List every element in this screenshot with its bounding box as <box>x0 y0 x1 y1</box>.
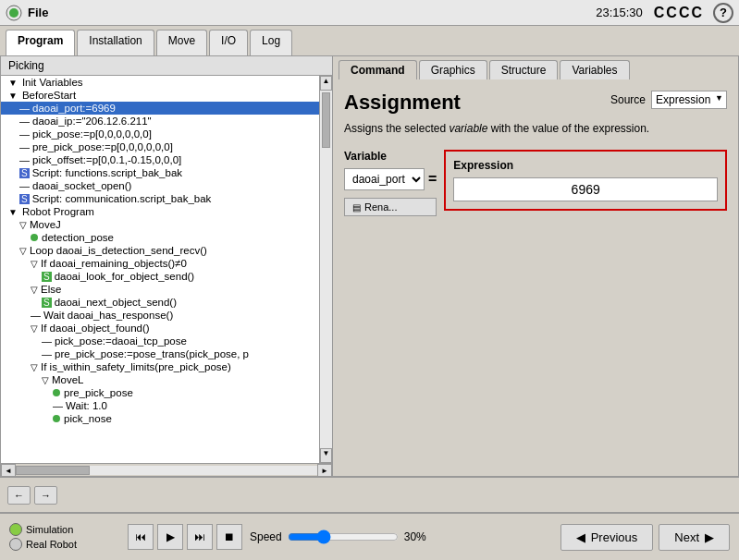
scroll-up-btn[interactable]: ▲ <box>320 76 332 91</box>
source-label: Source <box>610 93 646 106</box>
tree-item-pre-pick-pose-node[interactable]: pre_pick_pose <box>1 386 319 399</box>
speed-section: Speed 30% <box>250 530 553 544</box>
tree-item-movel[interactable]: ▽ MoveL <box>1 373 319 386</box>
tree-item-robot-program[interactable]: ▼ Robot Program <box>1 205 319 218</box>
next-button[interactable]: Next ▶ <box>659 524 730 551</box>
real-robot-status: Real Robot <box>9 538 120 551</box>
tab-program[interactable]: Program <box>6 30 75 55</box>
item-icon: — <box>42 335 52 347</box>
expression-section: Expression <box>444 150 727 211</box>
play-button[interactable]: ▶ <box>157 524 183 550</box>
simulation-dot <box>9 523 22 536</box>
h-scroll-thumb[interactable] <box>16 466 90 475</box>
right-tab-bar: Command Graphics Structure Variables <box>333 56 738 79</box>
tree-label: pre_pick_pose <box>64 387 133 398</box>
tab-log[interactable]: Log <box>250 30 292 55</box>
tree-item-init-variables[interactable]: ▼ Init Variables <box>1 76 319 89</box>
scroll-down-btn[interactable]: ▼ <box>320 448 332 463</box>
tree-label: If is_within_safety_limits(pre_pick_pose… <box>41 361 231 372</box>
tab-variables[interactable]: Variables <box>560 60 629 79</box>
vertical-scrollbar[interactable]: ▲ ▼ <box>319 76 332 463</box>
tree-label: pick_offset:=p[0,0.1,-0.15,0,0,0] <box>32 154 181 165</box>
rename-button[interactable]: ▤ Rena... <box>344 198 437 216</box>
tree-label: Wait daoai_has_response() <box>43 310 173 321</box>
simulation-status: Simulation <box>9 523 120 536</box>
tree-item-if-remaining[interactable]: ▽ If daoai_remaining_objects()≠0 <box>1 257 319 270</box>
previous-arrow-icon: ◀ <box>576 530 585 544</box>
tree-item-else[interactable]: ▽ Else <box>1 283 319 296</box>
forward-button[interactable]: ⏭ <box>187 524 213 550</box>
tree-item-script-functions[interactable]: S Script: functions.script_bak_bak <box>1 166 319 179</box>
item-icon: — <box>19 154 30 165</box>
tree-item-wait-response[interactable]: — Wait daoai_has_response() <box>1 309 319 322</box>
item-icon: — <box>19 128 30 140</box>
source-select-wrapper[interactable]: Expression Variable <box>651 91 727 109</box>
tree-label: pick_nose <box>64 413 112 424</box>
expression-input[interactable] <box>453 177 718 201</box>
tab-move[interactable]: Move <box>156 30 207 55</box>
tree-item-detection-pose[interactable]: detection_pose <box>1 231 319 244</box>
undo-button[interactable]: ← <box>7 486 31 505</box>
tab-command[interactable]: Command <box>339 60 417 79</box>
tree-item-loop[interactable]: ▽ Loop daoai_is_detection_send_recv() <box>1 244 319 257</box>
previous-label: Previous <box>591 530 638 544</box>
help-button[interactable]: ? <box>713 3 733 23</box>
real-robot-label: Real Robot <box>26 539 77 550</box>
program-tree: ▼ Init Variables ▼ BeforeStart — daoai_p… <box>1 76 319 463</box>
tree-item-pick-pose[interactable]: — pick_pose:=p[0,0,0,0,0,0] <box>1 128 319 140</box>
horizontal-scrollbar[interactable]: ◄ ► <box>1 463 332 476</box>
scroll-thumb[interactable] <box>322 92 330 148</box>
source-row: Source Expression Variable <box>610 91 727 109</box>
tree-item-script-comm[interactable]: S Script: communication.script_bak_bak <box>1 192 319 205</box>
title-bar: File 23:15:30 CCCC ? <box>0 0 739 26</box>
tree-item-wait-1[interactable]: — Wait: 1.0 <box>1 399 319 412</box>
tree-item-pick-pose-assign[interactable]: — pick_pose:=daoai_tcp_pose <box>1 335 319 347</box>
tree-item-if-safety[interactable]: ▽ If is_within_safety_limits(pre_pick_po… <box>1 360 319 373</box>
right-content: Assignment Source Expression Variable As… <box>333 79 738 476</box>
tab-structure[interactable]: Structure <box>489 60 559 79</box>
source-select[interactable]: Expression Variable <box>651 91 727 109</box>
speed-slider[interactable] <box>288 530 399 544</box>
app-icon <box>6 5 22 21</box>
tree-item-movej[interactable]: ▽ MoveJ <box>1 218 319 231</box>
scroll-left-btn[interactable]: ◄ <box>1 464 16 477</box>
rewind-button[interactable]: ⏮ <box>128 524 154 550</box>
clock: 23:15:30 <box>596 6 643 19</box>
scroll-right-btn[interactable]: ► <box>317 464 332 477</box>
variable-expression-row: Variable daoai_port = ▤ Rena... Expressi… <box>344 150 727 216</box>
item-icon: — <box>19 103 30 114</box>
tree-item-daoai-socket[interactable]: — daoai_socket_open() <box>1 179 319 192</box>
tree-label: daoai_look_for_object_send() <box>55 271 195 282</box>
item-icon: — <box>19 180 30 191</box>
tree-item-next-object[interactable]: S daoai_next_object_send() <box>1 296 319 309</box>
tree-label: Wait: 1.0 <box>66 400 107 411</box>
tree-label: daoai_socket_open() <box>32 180 131 191</box>
assignment-description: Assigns the selected variable with the v… <box>344 122 727 135</box>
script-icon: S <box>42 272 52 282</box>
expand-icon: ▼ <box>8 78 18 88</box>
expand-icon: ▽ <box>31 285 38 295</box>
tree-item-daoai-port[interactable]: — daoai_port:=6969 <box>1 102 319 115</box>
tree-item-beforestart[interactable]: ▼ BeforeStart <box>1 89 319 102</box>
tab-io[interactable]: I/O <box>209 30 248 55</box>
tab-graphics[interactable]: Graphics <box>419 60 487 79</box>
tree-item-look-for-object[interactable]: S daoai_look_for_object_send() <box>1 270 319 283</box>
tree-item-pre-pick-assign[interactable]: — pre_pick_pose:=pose_trans(pick_pose, p <box>1 347 319 360</box>
variable-dropdown[interactable]: daoai_port <box>344 168 425 190</box>
stop-button[interactable]: ⏹ <box>216 524 242 550</box>
scroll-track <box>320 91 332 448</box>
tab-installation[interactable]: Installation <box>77 30 154 55</box>
tree-item-pick-nose[interactable]: pick_nose <box>1 412 319 425</box>
main-content: Picking ▼ Init Variables ▼ BeforeStart <box>0 55 739 477</box>
tree-item-daoai-ip[interactable]: — daoai_ip:="206.12.6.211" <box>1 115 319 128</box>
tree-item-pre-pick-pose[interactable]: — pre_pick_pose:=p[0,0,0,0,0,0] <box>1 140 319 153</box>
redo-button[interactable]: → <box>34 486 57 505</box>
tree-label: pre_pick_pose:=p[0,0,0,0,0,0] <box>32 141 173 152</box>
tree-label: If daoai_object_found() <box>41 323 150 334</box>
expand-icon: ▽ <box>31 362 38 372</box>
tree-item-pick-offset[interactable]: — pick_offset:=p[0,0.1,-0.15,0,0,0] <box>1 153 319 166</box>
equals-sign: = <box>428 171 437 188</box>
previous-button[interactable]: ◀ Previous <box>560 524 654 551</box>
tree-item-if-object-found[interactable]: ▽ If daoai_object_found() <box>1 322 319 335</box>
item-icon: — <box>53 400 63 411</box>
